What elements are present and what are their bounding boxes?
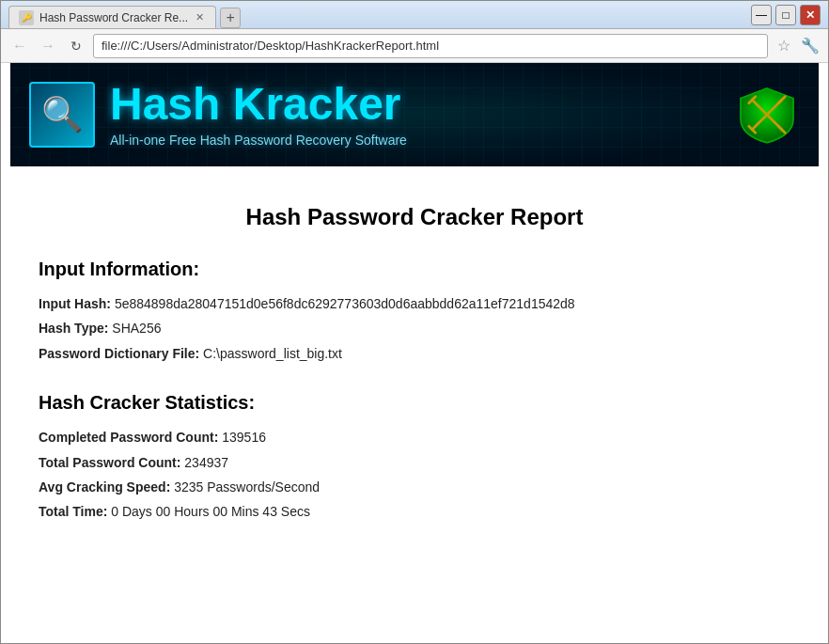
banner: 🔍 Hash Kracker All-in-one Free Hash Pass… [10, 63, 819, 166]
report-title: Hash Password Cracker Report [39, 204, 790, 230]
input-hash-value: 5e884898da28047151d0e56f8dc6292773603d0d… [115, 296, 575, 311]
report-body: Hash Password Cracker Report Input Infor… [10, 166, 819, 579]
new-tab-button[interactable]: + [220, 8, 241, 28]
total-time-value: 0 Days 00 Hours 00 Mins 43 Secs [111, 504, 310, 519]
tab-label: Hash Password Cracker Re... [39, 11, 188, 24]
input-hash-row: Input Hash: 5e884898da28047151d0e56f8dc6… [39, 293, 790, 314]
close-button[interactable]: ✕ [800, 5, 821, 25]
address-bar[interactable] [93, 34, 768, 58]
title-bar: 🔑 Hash Password Cracker Re... ✕ + — □ ✕ [1, 1, 828, 29]
completed-count-value: 139516 [222, 430, 266, 445]
banner-title: Hash Kracker [110, 82, 407, 127]
hash-type-label: Hash Type: [39, 321, 108, 336]
input-section-title: Input Information: [39, 259, 790, 280]
password-file-row: Password Dictionary File: C:\password_li… [39, 343, 790, 364]
tab-favicon: 🔑 [19, 10, 34, 25]
banner-subtitle: All-in-one Free Hash Password Recovery S… [110, 133, 407, 148]
maximize-button[interactable]: □ [775, 5, 796, 25]
tab-close-button[interactable]: ✕ [194, 11, 206, 24]
stats-section: Hash Cracker Statistics: Completed Passw… [39, 392, 790, 523]
browser-tab[interactable]: 🔑 Hash Password Cracker Re... ✕ [8, 6, 216, 28]
window-controls: — □ ✕ [751, 5, 821, 25]
back-button[interactable]: ← [8, 35, 31, 57]
hash-type-row: Hash Type: SHA256 [39, 318, 790, 338]
password-file-value: C:\password_list_big.txt [203, 346, 342, 361]
total-count-label: Total Password Count: [39, 455, 180, 470]
nav-bar: ← → ↻ ☆ 🔧 [1, 29, 828, 63]
page-content: 🔍 Hash Kracker All-in-one Free Hash Pass… [10, 63, 819, 579]
stats-section-title: Hash Cracker Statistics: [39, 392, 790, 414]
total-time-label: Total Time: [39, 504, 107, 519]
avg-speed-row: Avg Cracking Speed: 3235 Passwords/Secon… [39, 477, 790, 497]
total-count-row: Total Password Count: 234937 [39, 452, 790, 473]
completed-count-label: Completed Password Count: [39, 430, 218, 445]
bookmark-icon[interactable]: ☆ [774, 36, 794, 56]
settings-icon[interactable]: 🔧 [800, 36, 821, 56]
password-file-label: Password Dictionary File: [39, 346, 199, 361]
content-area: 🔍 Hash Kracker All-in-one Free Hash Pass… [1, 63, 828, 643]
banner-left: 🔍 Hash Kracker All-in-one Free Hash Pass… [29, 82, 407, 148]
avg-speed-label: Avg Cracking Speed: [39, 479, 170, 495]
avg-speed-value: 3235 Passwords/Second [174, 479, 320, 495]
tab-area: 🔑 Hash Password Cracker Re... ✕ + [8, 1, 241, 28]
forward-button[interactable]: → [37, 35, 59, 57]
refresh-button[interactable]: ↻ [65, 35, 87, 57]
minimize-button[interactable]: — [751, 5, 772, 25]
total-time-row: Total Time: 0 Days 00 Hours 00 Mins 43 S… [39, 501, 790, 522]
input-info-section: Input Information: Input Hash: 5e884898d… [39, 259, 790, 364]
search-icon: 🔍 [41, 95, 84, 134]
window-frame: 🔑 Hash Password Cracker Re... ✕ + — □ ✕ … [0, 0, 829, 644]
banner-logo-icon: 🔍 [29, 82, 95, 148]
hash-type-value: SHA256 [112, 321, 161, 336]
banner-text: Hash Kracker All-in-one Free Hash Passwo… [110, 82, 407, 148]
completed-count-row: Completed Password Count: 139516 [39, 427, 790, 448]
input-hash-label: Input Hash: [39, 296, 111, 311]
total-count-value: 234937 [184, 455, 228, 470]
